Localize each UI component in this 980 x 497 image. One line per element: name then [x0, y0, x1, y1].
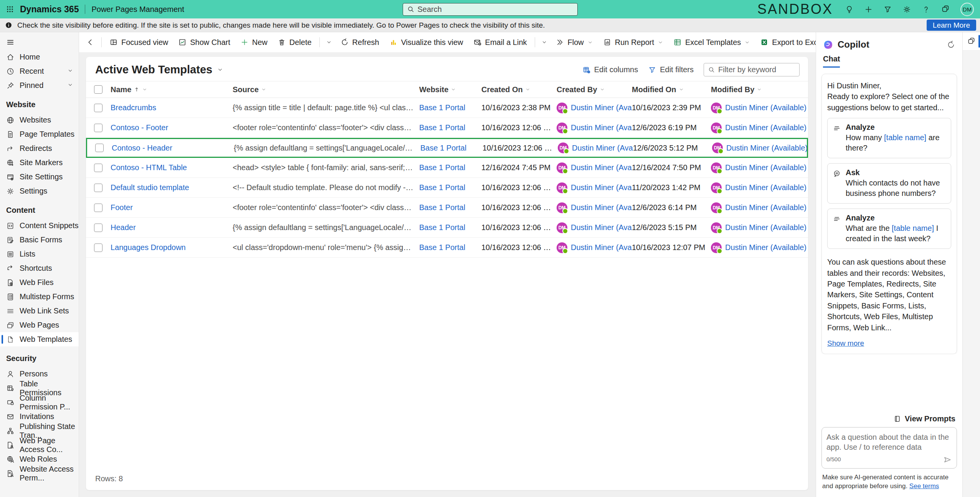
created-by-link[interactable]: Dustin Miner (Available) — [571, 123, 632, 132]
view-prompts-button[interactable]: View Prompts — [821, 411, 957, 427]
sidebar-item-invitations[interactable]: Invitations — [0, 409, 79, 424]
filter-funnel-icon[interactable] — [883, 5, 892, 14]
sidebar-item-website-access-permissions[interactable]: Website Access Perm... — [0, 466, 79, 480]
sidebar-item-web-roles[interactable]: Web Roles — [0, 452, 79, 466]
table-row[interactable]: Footer <footer role='contentinfo' class=… — [86, 198, 808, 218]
copilot-toggle-icon[interactable] — [941, 5, 950, 14]
sidebar-item-table-permissions[interactable]: Table Permissions — [0, 381, 79, 395]
modified-by-link[interactable]: Dustin Miner (Available) — [725, 103, 806, 112]
modified-by-link[interactable]: Dustin Miner (Available) — [725, 183, 806, 192]
run-report-button[interactable]: Run Report — [598, 35, 668, 50]
record-name-link[interactable]: Contoso - Footer — [111, 123, 168, 132]
global-search-input[interactable] — [418, 5, 573, 14]
website-link[interactable]: Base 1 Portal — [419, 123, 465, 132]
excel-templates-button[interactable]: Excel Templates — [669, 35, 755, 50]
delete-button[interactable]: Delete — [273, 35, 316, 50]
show-chart-button[interactable]: Show Chart — [174, 35, 235, 50]
learn-more-button[interactable]: Learn More — [927, 20, 976, 31]
copilot-refresh-button[interactable] — [947, 40, 955, 49]
keyword-filter-box[interactable] — [704, 63, 800, 76]
sidebar-item-pinned[interactable]: Pinned — [0, 78, 79, 93]
sidebar-item-web-pages[interactable]: Web Pages — [0, 318, 79, 332]
sidebar-item-shortcuts[interactable]: Shortcuts — [0, 261, 79, 275]
sidebar-item-content-snippets[interactable]: Content Snippets — [0, 219, 79, 233]
flow-button[interactable]: Flow — [551, 35, 598, 50]
sidebar-item-site-settings[interactable]: Site Settings — [0, 170, 79, 184]
keyword-filter-input[interactable] — [718, 65, 795, 74]
sidebar-item-settings[interactable]: Settings — [0, 184, 79, 198]
sidebar-item-websites[interactable]: Websites — [0, 113, 79, 127]
website-link[interactable]: Base 1 Portal — [419, 223, 465, 232]
table-row[interactable]: Header {% assign defaultlang = settings[… — [86, 218, 808, 238]
delete-overflow-button[interactable] — [323, 35, 335, 50]
new-button[interactable]: New — [236, 35, 272, 50]
row-checkbox[interactable] — [94, 124, 102, 132]
table-row[interactable]: Default studio template <!-- Default stu… — [86, 178, 808, 198]
sidebar-item-web-page-access-control[interactable]: Web Page Access Co... — [0, 438, 79, 452]
table-row[interactable]: Contoso - Footer <footer role='contentin… — [86, 118, 808, 138]
record-name-link[interactable]: Default studio template — [111, 183, 189, 192]
column-header-created-by[interactable]: Created By — [557, 85, 632, 94]
sidebar-item-multistep-forms[interactable]: Multistep Forms — [0, 290, 79, 304]
back-button[interactable] — [82, 35, 98, 50]
created-by-link[interactable]: Dustin Miner (Available) — [571, 223, 632, 232]
record-name-link[interactable]: Footer — [111, 203, 133, 212]
row-checkbox[interactable] — [94, 204, 102, 212]
sidebar-item-site-markers[interactable]: Site Markers — [0, 156, 79, 170]
send-button[interactable] — [943, 455, 952, 464]
rail-copilot-button[interactable] — [963, 32, 980, 51]
modified-by-link[interactable]: Dustin Miner (Available) — [725, 243, 806, 252]
sitemap-collapse-button[interactable] — [0, 35, 79, 50]
email-overflow-button[interactable] — [538, 35, 550, 50]
created-by-link[interactable]: Dustin Miner (Available) — [571, 163, 632, 172]
column-header-website[interactable]: Website — [419, 85, 481, 94]
table-row[interactable]: Contoso - HTML Table <head> <style> tabl… — [86, 158, 808, 178]
view-selector-chevron-icon[interactable] — [217, 66, 223, 73]
website-link[interactable]: Base 1 Portal — [419, 183, 465, 192]
column-header-created-on[interactable]: Created On — [481, 85, 557, 94]
app-launcher-waffle-icon[interactable] — [0, 0, 20, 18]
created-by-link[interactable]: Dustin Miner (Available) — [571, 203, 632, 212]
website-link[interactable]: Base 1 Portal — [419, 203, 465, 212]
edit-filters-button[interactable]: Edit filters — [648, 65, 694, 74]
show-more-link[interactable]: Show more — [827, 339, 864, 348]
plus-icon[interactable] — [864, 5, 873, 14]
record-name-link[interactable]: Contoso - HTML Table — [111, 163, 187, 172]
website-link[interactable]: Base 1 Portal — [419, 103, 465, 112]
website-link[interactable]: Base 1 Portal — [419, 163, 465, 172]
record-name-link[interactable]: Breadcrumbs — [111, 103, 156, 112]
sidebar-item-home[interactable]: Home — [0, 50, 79, 64]
global-search-box[interactable] — [403, 3, 578, 16]
column-header-source[interactable]: Source — [233, 85, 419, 94]
modified-by-link[interactable]: Dustin Miner (Available) — [725, 223, 806, 232]
sidebar-item-web-templates[interactable]: Web Templates — [0, 332, 79, 346]
table-row[interactable]: Languages Dropdown <ul class='dropdown-m… — [86, 238, 808, 258]
row-checkbox[interactable] — [94, 184, 102, 192]
modified-by-link[interactable]: Dustin Miner (Available) — [725, 163, 806, 172]
edit-columns-button[interactable]: Edit columns — [582, 65, 638, 74]
sidebar-item-persons[interactable]: Persons — [0, 367, 79, 381]
row-checkbox[interactable] — [94, 164, 102, 172]
table-row-highlighted[interactable]: Contoso - Header {% assign defaultlang =… — [86, 138, 808, 158]
sidebar-item-basic-forms[interactable]: Basic Forms — [0, 233, 79, 247]
sidebar-item-web-link-sets[interactable]: Web Link Sets — [0, 304, 79, 318]
row-checkbox[interactable] — [95, 144, 104, 152]
see-terms-link[interactable]: See terms — [909, 482, 939, 490]
help-icon[interactable] — [922, 5, 930, 14]
sidebar-item-column-permission-profiles[interactable]: Column Permission P... — [0, 395, 79, 409]
row-checkbox[interactable] — [94, 244, 102, 252]
suggestion-analyze-2[interactable]: Analyze What are the [table name] I crea… — [827, 209, 951, 249]
sidebar-item-publishing-state-transitions[interactable]: Publishing State Tran... — [0, 424, 79, 438]
refresh-button[interactable]: Refresh — [336, 35, 384, 50]
tab-chat[interactable]: Chat — [823, 55, 840, 68]
focused-view-button[interactable]: Focused view — [105, 35, 173, 50]
modified-by-link[interactable]: Dustin Miner (Available) — [725, 123, 806, 132]
created-by-link[interactable]: Dustin Miner (Available) — [571, 103, 632, 112]
gear-icon[interactable] — [902, 5, 911, 14]
visualize-view-button[interactable]: Visualize this view — [385, 35, 468, 50]
created-by-link[interactable]: Dustin Miner (Available) — [571, 243, 632, 252]
row-checkbox[interactable] — [94, 104, 102, 112]
website-link[interactable]: Base 1 Portal — [420, 144, 466, 152]
created-by-link[interactable]: Dustin Miner (Available) — [571, 183, 632, 192]
record-name-link[interactable]: Header — [111, 223, 136, 232]
